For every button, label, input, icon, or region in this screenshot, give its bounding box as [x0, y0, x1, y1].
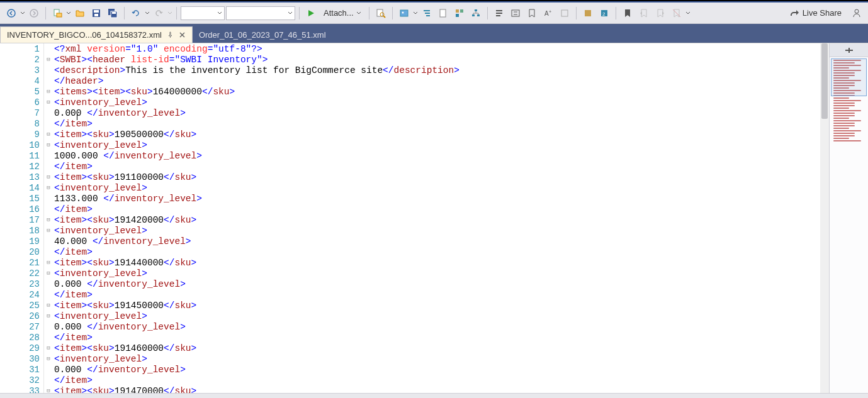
svg-rect-3: [57, 13, 62, 17]
text-a-plus-button[interactable]: A+: [541, 6, 556, 21]
tab-inventory-xml[interactable]: INVENTORY_BIGCO...06_104158372.xml: [0, 26, 193, 43]
svg-rect-9: [112, 12, 116, 14]
uncomment-button[interactable]: [508, 6, 523, 21]
svg-line-12: [383, 16, 385, 18]
solution-platform-combo[interactable]: [226, 6, 295, 20]
svg-rect-5: [94, 10, 99, 13]
save-all-button[interactable]: [105, 6, 120, 21]
main-toolbar: Attach... A+ 2 Live Share: [0, 3, 868, 24]
pin-icon[interactable]: [167, 31, 174, 38]
svg-rect-18: [440, 9, 446, 17]
redo-dropdown[interactable]: [167, 11, 172, 16]
open-file-button[interactable]: [72, 6, 87, 21]
step-button-1[interactable]: [580, 6, 595, 21]
class-view-button[interactable]: [452, 6, 467, 21]
tab-label: Order_01_06_2023_07_46_51.xml: [199, 30, 326, 40]
undo-dropdown[interactable]: [145, 11, 150, 16]
prev-bookmark-button[interactable]: [636, 6, 651, 21]
svg-rect-19: [456, 9, 459, 13]
image-button[interactable]: [397, 6, 412, 21]
svg-rect-21: [456, 14, 459, 17]
new-file-dropdown[interactable]: [66, 11, 71, 16]
bookmark-button[interactable]: [620, 6, 635, 21]
close-icon[interactable]: [179, 31, 186, 38]
code-content[interactable]: <?xml version="1.0" encoding="utf-8"?><S…: [54, 43, 829, 393]
image-dropdown[interactable]: [413, 11, 418, 16]
svg-text:+: +: [549, 9, 551, 14]
minimap-viewport[interactable]: [831, 58, 867, 96]
undo-button[interactable]: [128, 6, 144, 21]
svg-rect-37: [561, 10, 568, 16]
svg-rect-24: [477, 14, 480, 16]
minimap[interactable]: [830, 57, 868, 393]
svg-rect-20: [460, 9, 463, 13]
solution-config-combo[interactable]: [181, 6, 225, 20]
start-button[interactable]: [303, 6, 318, 21]
svg-point-0: [8, 9, 15, 17]
clear-bookmarks-button[interactable]: [669, 6, 684, 21]
tab-label: INVENTORY_BIGCO...06_104158372.xml: [7, 30, 162, 40]
toggle-bookmark-button[interactable]: [524, 6, 539, 21]
next-bookmark-button[interactable]: [653, 6, 668, 21]
share-icon: [790, 8, 800, 18]
live-share-label: Live Share: [803, 8, 842, 18]
status-bar: [0, 393, 868, 398]
split-editor-button[interactable]: [830, 43, 868, 57]
nav-back-button[interactable]: [4, 6, 19, 21]
svg-rect-32: [512, 10, 519, 16]
find-in-files-button[interactable]: [373, 6, 388, 21]
svg-rect-6: [94, 14, 98, 16]
hierarchy-button[interactable]: [468, 6, 483, 21]
line-number-gutter: 1234567891011121314151617181920212223242…: [0, 43, 44, 393]
svg-point-1: [30, 9, 38, 17]
svg-point-42: [855, 9, 859, 13]
nav-back-dropdown[interactable]: [20, 11, 25, 16]
comment-button[interactable]: [492, 6, 507, 21]
document-icon[interactable]: [436, 6, 451, 21]
fold-column[interactable]: ⊟⊟⊟⊟⊟⊟⊟⊟⊟⊟⊟⊟⊟⊟⊟⊟: [44, 43, 53, 393]
vertical-scrollbar[interactable]: [820, 43, 829, 393]
svg-point-14: [402, 11, 403, 13]
document-tabs: INVENTORY_BIGCO...06_104158372.xml Order…: [0, 24, 868, 43]
svg-rect-22: [475, 9, 477, 11]
account-button[interactable]: [849, 6, 864, 21]
list-button[interactable]: [419, 6, 434, 21]
new-file-button[interactable]: [50, 6, 65, 21]
attach-button[interactable]: Attach...: [320, 6, 365, 21]
overflow-dropdown[interactable]: [685, 11, 690, 16]
code-editor[interactable]: 1234567891011121314151617181920212223242…: [0, 43, 829, 393]
editor-right-well: [829, 43, 868, 393]
attach-label: Attach...: [324, 8, 354, 18]
svg-rect-23: [472, 14, 475, 16]
nav-forward-button[interactable]: [26, 6, 42, 21]
step-button-2[interactable]: 2: [597, 6, 612, 21]
text-cursor: [77, 111, 77, 120]
redo-button[interactable]: [151, 6, 166, 21]
svg-text:2: 2: [602, 11, 606, 17]
scrollbar-thumb[interactable]: [821, 43, 828, 119]
box-button[interactable]: [557, 6, 572, 21]
tab-order-xml[interactable]: Order_01_06_2023_07_46_51.xml: [193, 26, 332, 43]
svg-rect-38: [585, 10, 591, 16]
svg-text:A: A: [544, 10, 549, 17]
save-button[interactable]: [89, 6, 104, 21]
live-share-button[interactable]: Live Share: [786, 6, 845, 21]
svg-rect-13: [400, 10, 408, 16]
